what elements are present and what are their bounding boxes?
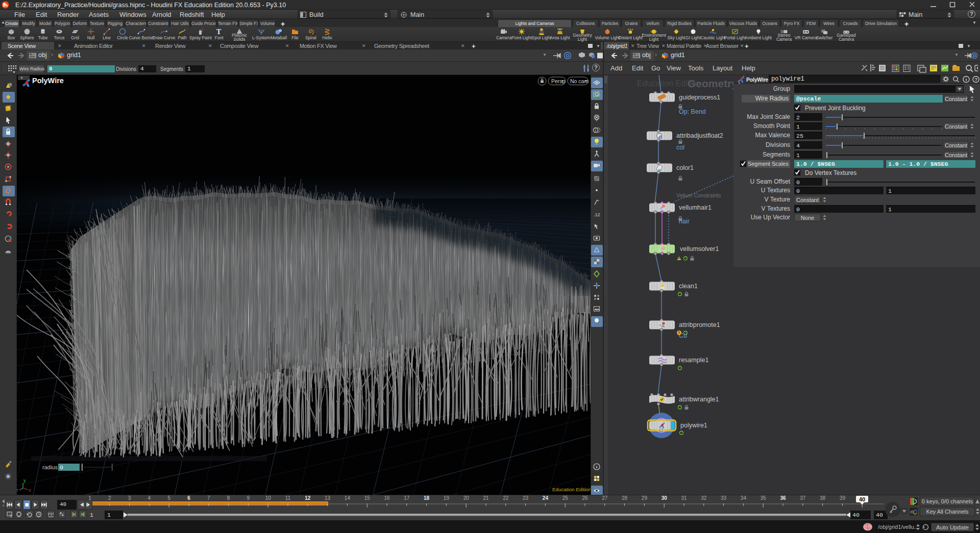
svg-text:7: 7 — [207, 495, 210, 501]
svg-text:PolyWire: PolyWire — [32, 77, 64, 85]
svg-text:13: 13 — [325, 495, 331, 501]
svg-text:4: 4 — [148, 495, 151, 501]
svg-text:30: 30 — [662, 495, 668, 501]
svg-text:26: 26 — [582, 495, 588, 501]
svg-text:11: 11 — [285, 495, 291, 501]
svg-text:12: 12 — [305, 495, 311, 501]
svg-text:0: 0 — [60, 464, 63, 471]
svg-text:33: 33 — [721, 495, 727, 501]
svg-text:Vellum Constraints: Vellum Constraints — [676, 192, 721, 198]
svg-text:2: 2 — [108, 495, 111, 501]
svg-text:14: 14 — [345, 495, 351, 501]
svg-text:31: 31 — [681, 495, 687, 501]
svg-text:17: 17 — [404, 495, 410, 501]
svg-text:35: 35 — [761, 495, 767, 501]
svg-text:34: 34 — [741, 495, 747, 501]
svg-text:10: 10 — [265, 495, 272, 501]
svg-text:23: 23 — [523, 495, 529, 501]
svg-text:25: 25 — [562, 495, 569, 501]
svg-text:y: y — [23, 478, 26, 483]
svg-text:?: ? — [975, 77, 978, 82]
svg-text:38: 38 — [820, 495, 826, 501]
svg-text:8: 8 — [227, 495, 230, 501]
svg-text:15: 15 — [364, 495, 371, 501]
svg-text:Persp: Persp — [551, 78, 566, 84]
svg-text:16: 16 — [384, 495, 390, 501]
svg-text:Education Edition: Education Edition — [552, 487, 591, 492]
svg-text:5: 5 — [167, 495, 170, 501]
svg-text:28: 28 — [622, 495, 628, 501]
svg-text:24: 24 — [543, 495, 549, 501]
svg-text:19: 19 — [444, 495, 450, 501]
svg-text:20: 20 — [463, 495, 470, 501]
svg-text:.12: .12 — [594, 212, 600, 217]
svg-text:21: 21 — [483, 495, 489, 501]
svg-text:37: 37 — [800, 495, 806, 501]
svg-text:x: x — [29, 488, 31, 493]
svg-text:22: 22 — [503, 495, 509, 501]
svg-text:6: 6 — [187, 495, 190, 501]
svg-text:radius: radius — [42, 464, 58, 470]
svg-text:29: 29 — [642, 495, 648, 501]
svg-text:36: 36 — [780, 495, 786, 501]
svg-text:39: 39 — [840, 495, 846, 501]
svg-text:32: 32 — [701, 495, 707, 501]
svg-text:27: 27 — [602, 495, 608, 501]
svg-text:40: 40 — [859, 496, 865, 502]
svg-text:3: 3 — [128, 495, 131, 501]
svg-text:18: 18 — [424, 495, 430, 501]
svg-text:9: 9 — [247, 495, 250, 501]
